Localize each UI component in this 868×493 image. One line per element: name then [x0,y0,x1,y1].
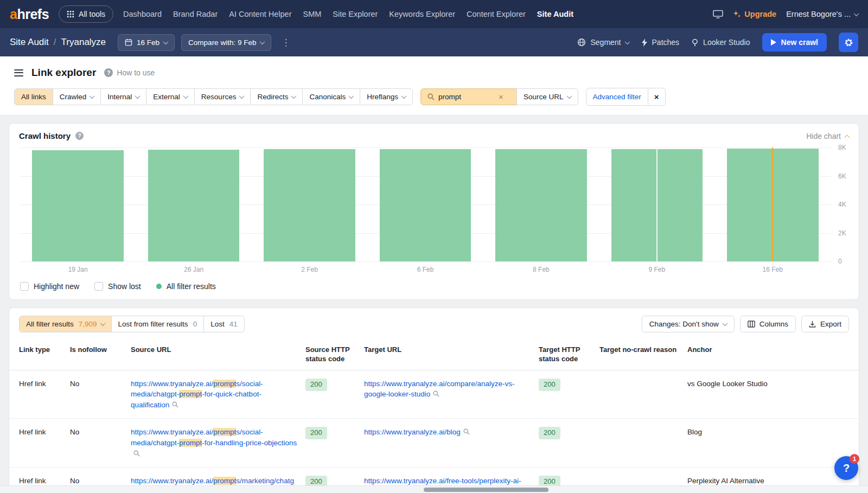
preview-magnifier-icon[interactable] [463,428,470,435]
columns-button[interactable]: Columns [740,316,796,332]
chart-x-tick-label: 9 Feb [599,266,714,273]
filter-dropdown-canonicals[interactable]: Canonicals [302,88,360,105]
horizontal-scrollbar[interactable] [0,485,868,493]
more-options-kebab-icon[interactable]: ⋮ [278,37,293,48]
link-filter-group: All links CrawledInternalExternalResourc… [14,88,413,105]
patches-link[interactable]: Patches [641,38,680,47]
nav-item-site-audit[interactable]: Site Audit [537,10,573,18]
chart-x-tick-label: 16 Feb [715,266,831,273]
crawl-date-picker[interactable]: 16 Feb [118,34,175,51]
search-input[interactable] [438,93,495,101]
preview-magnifier-icon[interactable] [133,450,140,457]
all-tools-button[interactable]: All tools [59,5,113,23]
status-code-badge: 200 [305,427,327,439]
hide-chart-toggle[interactable]: Hide chart [806,132,849,140]
calendar-icon [125,39,132,46]
search-icon [427,93,435,100]
settings-button[interactable] [839,33,858,52]
nav-item-brand-radar[interactable]: Brand Radar [173,10,218,18]
column-header-anchor[interactable]: Anchor [687,340,859,370]
filter-dropdown-hreflangs[interactable]: Hreflangs [360,88,413,105]
segment-menu[interactable]: Segment [577,38,629,47]
target-status-cell: 200 [539,370,599,419]
filter-dropdown-resources[interactable]: Resources [194,88,251,105]
nav-item-keywords-explorer[interactable]: Keywords Explorer [389,10,455,18]
clear-search-icon[interactable]: × [499,93,503,101]
help-question-glyph: ? [843,462,850,475]
crawl-history-card: Crawl history ? Hide chart 8K6K4K2K0 19 … [9,123,859,300]
is-nofollow-cell: No [70,370,131,419]
tab-lost-from-filter-results[interactable]: Lost from filter results0 [111,316,205,332]
how-to-use-link[interactable]: ? How to use [104,68,155,77]
changes-dropdown[interactable]: Changes: Don't show [642,316,735,332]
source-url-cell-link[interactable]: https://www.tryanalyze.ai/prompts/social… [131,428,297,447]
account-menu[interactable]: Ernest Bogore's ... [786,10,858,18]
export-button[interactable]: Export [801,316,849,332]
nav-item-ai-content-helper[interactable]: AI Content Helper [229,10,291,18]
chevron-down-icon [100,321,105,326]
anchor-cell: vs Google Looker Studio [687,370,859,419]
nav-item-site-explorer[interactable]: Site Explorer [333,10,378,18]
globe-icon [577,38,586,47]
filter-dropdown-external[interactable]: External [146,88,195,105]
top-navigation: ahrefs All tools DashboardBrand RadarAI … [0,0,868,28]
ahrefs-logo[interactable]: ahrefs [10,8,49,21]
filter-dropdown-crawled[interactable]: Crawled [53,88,101,105]
column-header-is-nofollow[interactable]: Is nofollow [70,340,131,370]
filter-all-links[interactable]: All links [14,88,53,105]
chart-bar-cell [136,148,251,261]
sidebar-toggle-hamburger-icon[interactable] [14,68,23,78]
highlight-new-checkbox[interactable]: Highlight new [20,282,79,291]
anchor-cell: Blog [687,419,859,468]
chevron-down-icon [163,39,169,44]
chart-y-tick-label: 2K [838,229,846,237]
column-header-link-type[interactable]: Link type [9,340,70,370]
checkbox-icon[interactable] [94,282,103,291]
search-scope-dropdown[interactable]: Source URL [516,88,578,105]
new-crawl-button[interactable]: New crawl [762,33,827,52]
display-icon[interactable] [713,10,723,18]
chevron-up-icon [845,135,850,140]
column-header-target-url[interactable]: Target URL [364,340,539,370]
column-header-source-http-status-code[interactable]: Source HTTP status code [305,340,364,370]
upgrade-link[interactable]: Upgrade [733,10,776,18]
preview-magnifier-icon[interactable] [172,401,178,408]
breadcrumb-project[interactable]: Tryanalyze [61,37,106,48]
show-lost-checkbox[interactable]: Show lost [94,282,141,291]
chart-y-tick-label: 8K [838,144,846,151]
filter-dropdown-label: Internal [107,93,132,101]
gear-icon [844,38,853,47]
source-status-cell: 200 [305,419,364,468]
target-url-cell-link[interactable]: https://www.tryanalyze.ai/blog [364,428,461,436]
nav-item-smm[interactable]: SMM [303,10,322,18]
breadcrumb-site-audit[interactable]: Site Audit [10,37,49,48]
nav-item-dashboard[interactable]: Dashboard [123,10,162,18]
grid-icon [67,10,74,18]
chart-legend-row: Highlight new Show lost All filter resul… [19,273,849,293]
segment-label: Segment [590,38,621,47]
tab-count: 0 [193,320,197,328]
looker-studio-link[interactable]: Looker Studio [691,38,750,47]
columns-label: Columns [760,320,788,328]
column-header-target-http-status-code[interactable]: Target HTTP status code [539,340,599,370]
compare-with-picker[interactable]: Compare with: 9 Feb [181,34,271,51]
column-header-source-url[interactable]: Source URL [131,340,305,370]
nav-item-content-explorer[interactable]: Content Explorer [467,10,526,18]
tab-all-filter-results[interactable]: All filter results7,909 [19,316,112,332]
chart-bar-cell [483,148,599,261]
search-term-highlight: prompt [213,428,236,436]
filter-dropdown-internal[interactable]: Internal [100,88,146,105]
close-advanced-filter-icon[interactable]: × [648,88,666,106]
column-header-target-no-crawl-reason[interactable]: Target no-crawl reason [599,340,687,370]
tab-lost[interactable]: Lost41 [203,316,245,332]
filter-dropdown-redirects[interactable]: Redirects [250,88,303,105]
search-term-highlight: prompt [179,390,202,398]
preview-magnifier-icon[interactable] [433,390,439,397]
show-lost-label: Show lost [108,282,141,291]
advanced-filter-button[interactable]: Advanced filter [586,88,648,106]
scrollbar-thumb[interactable] [424,488,548,492]
source-url-cell-link[interactable]: https://www.tryanalyze.ai/prompts/social… [131,380,263,409]
help-button[interactable]: ? 1 [834,456,858,480]
checkbox-icon[interactable] [20,282,29,291]
url-search-box[interactable]: × [420,88,517,105]
